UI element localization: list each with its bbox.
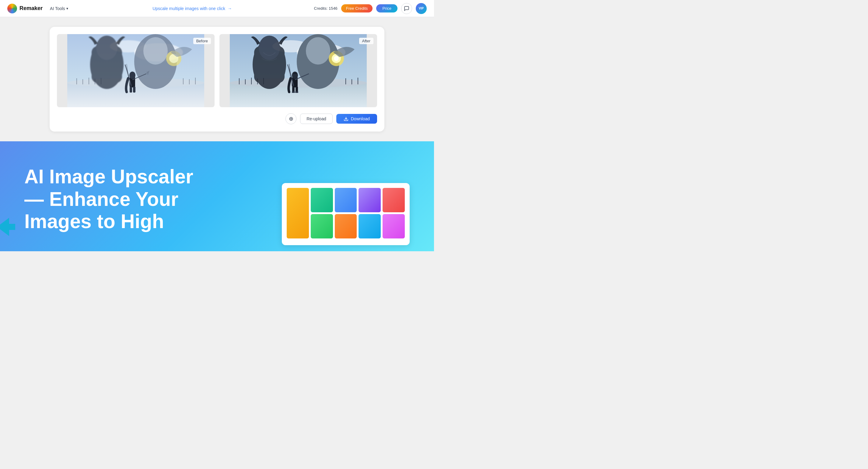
svg-rect-29 (239, 78, 240, 84)
svg-rect-34 (345, 78, 346, 84)
svg-point-41 (306, 37, 330, 64)
vip-label: VIP (419, 7, 424, 10)
svg-rect-35 (351, 79, 352, 84)
svg-rect-11 (189, 79, 190, 84)
reupload-button[interactable]: Re-upload (300, 114, 333, 124)
logo-text: Remaker (20, 5, 42, 11)
svg-point-28 (230, 78, 367, 87)
svg-point-4 (67, 78, 204, 87)
svg-rect-51 (295, 91, 298, 93)
comparison-card: Before (50, 27, 384, 131)
svg-point-21 (129, 71, 135, 79)
svg-rect-22 (130, 87, 132, 93)
gallery-cell-7 (335, 214, 357, 238)
logo[interactable]: Remaker (7, 4, 42, 13)
svg-point-39 (259, 36, 280, 60)
free-credits-button[interactable]: Free Credits (341, 4, 373, 12)
vip-avatar[interactable]: VIP (416, 3, 427, 14)
svg-point-44 (334, 56, 339, 61)
gallery-cell-1 (287, 188, 309, 238)
svg-rect-7 (89, 78, 89, 84)
hero-title-line2: — Enhance Your (24, 188, 178, 210)
svg-rect-12 (195, 78, 196, 84)
actions-row: ⊕ Re-upload Download (57, 113, 377, 124)
teal-arrow-decoration (0, 215, 18, 239)
svg-point-17 (143, 37, 168, 64)
gallery-cell-3 (335, 188, 357, 212)
after-image-wrapper: After (219, 34, 377, 107)
ai-tools-label: AI Tools (50, 6, 65, 11)
hero-image-area (270, 154, 410, 251)
svg-rect-30 (245, 79, 246, 84)
before-image (57, 34, 215, 107)
download-icon (344, 116, 348, 121)
price-button[interactable]: Price (376, 4, 398, 12)
hero-title-line1: AI Image Upscaler (24, 166, 193, 187)
gallery-cell-6 (311, 214, 333, 238)
svg-rect-31 (251, 78, 252, 84)
before-label: Before (193, 38, 211, 44)
chevron-down-icon: ▾ (66, 6, 68, 11)
ai-tools-menu[interactable]: AI Tools ▾ (48, 5, 71, 12)
before-image-wrapper: Before (57, 34, 215, 107)
hero-text: AI Image Upscaler — Enhance Your Images … (24, 166, 207, 233)
gallery-cell-8 (359, 214, 381, 238)
svg-point-15 (96, 36, 118, 60)
credits-badge: Credits: 1546 (314, 6, 338, 11)
hero-card (282, 183, 410, 245)
gallery-cell-9 (382, 214, 405, 238)
after-label: After (359, 38, 373, 44)
svg-rect-47 (293, 72, 297, 74)
svg-rect-23 (133, 87, 135, 93)
gallery-cell-2 (311, 188, 333, 212)
svg-rect-50 (292, 91, 295, 93)
hero-title-line3: Images to High (24, 210, 164, 232)
upscale-link-text: Upscale multiple images with one click (153, 6, 225, 11)
zoom-button[interactable]: ⊕ (285, 113, 297, 124)
download-label: Download (351, 116, 370, 121)
gallery-grid (287, 188, 405, 240)
upscale-link[interactable]: Upscale multiple images with one click → (153, 6, 232, 11)
main-area: Before (0, 17, 434, 141)
svg-rect-36 (358, 78, 358, 84)
svg-rect-5 (76, 78, 77, 84)
svg-rect-10 (183, 78, 184, 84)
download-button[interactable]: Download (336, 114, 377, 124)
after-image (219, 34, 377, 107)
chat-icon[interactable] (401, 3, 412, 14)
header: Remaker AI Tools ▾ Upscale multiple imag… (0, 0, 434, 17)
gallery-cell-5 (382, 188, 405, 212)
svg-rect-6 (83, 79, 83, 84)
images-row: Before (57, 34, 377, 107)
arrow-icon: → (228, 6, 232, 11)
gallery-cell-4 (359, 188, 381, 212)
hero-section: AI Image Upscaler — Enhance Your Images … (0, 141, 434, 251)
hero-title: AI Image Upscaler — Enhance Your Images … (24, 166, 207, 233)
header-center: Upscale multiple images with one click → (71, 6, 314, 11)
zoom-icon: ⊕ (289, 115, 293, 122)
header-right: Credits: 1546 Free Credits Price VIP (314, 3, 427, 14)
logo-icon (7, 4, 17, 13)
